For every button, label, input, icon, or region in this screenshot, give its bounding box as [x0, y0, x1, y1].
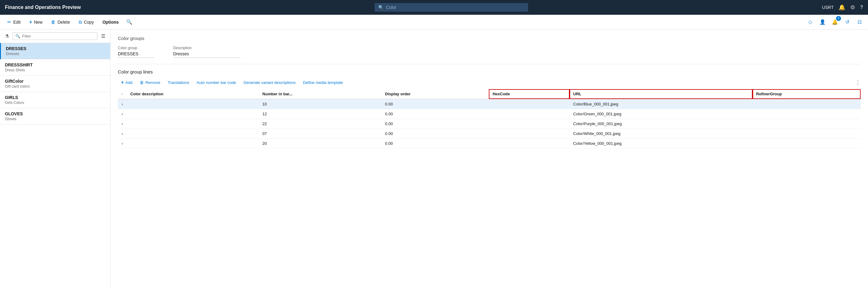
row-url[interactable]: Color/Blue_000_001.jpeg — [569, 99, 752, 109]
hamburger-icon[interactable]: ☰ — [100, 32, 106, 40]
sidebar-item-gloves[interactable]: GLOVES Gloves — [0, 108, 110, 124]
add-icon: + — [121, 80, 124, 85]
table-row[interactable]: › 12 0.00 Color/Green_000_001.jpeg — [118, 109, 861, 119]
plus-icon: + — [29, 19, 32, 25]
help-icon[interactable]: ? — [860, 5, 863, 10]
row-hexcode[interactable] — [489, 109, 569, 119]
diamond-icon[interactable]: ◇ — [805, 17, 815, 27]
col-refiner-group[interactable]: RefinerGroup — [752, 89, 861, 99]
global-search[interactable]: 🔍 — [375, 3, 528, 12]
row-url[interactable]: Color/White_000_001.jpeg — [569, 129, 752, 139]
sidebar-item-title: DRESSES — [6, 46, 105, 51]
row-url[interactable]: Color/Yellow_000_001.jpeg — [569, 139, 752, 148]
filter-icon[interactable]: ⚗ — [4, 32, 10, 40]
more-options-icon[interactable]: ⋮ — [855, 79, 861, 86]
table-row[interactable]: › 20 0.00 Color/Yellow_000_001.jpeg — [118, 139, 861, 148]
person-icon[interactable]: 👤 — [818, 17, 828, 27]
row-number-bar[interactable]: 10 — [259, 99, 382, 109]
row-color-desc[interactable] — [126, 99, 258, 109]
row-url[interactable]: Color/Purple_000_001.jpeg — [569, 119, 752, 129]
table-row[interactable]: › 07 0.00 Color/White_000_001.jpeg — [118, 129, 861, 139]
row-display-order[interactable]: 0.00 — [381, 139, 489, 148]
auto-number-button[interactable]: Auto number bar code — [193, 79, 239, 86]
remove-button[interactable]: 🗑 Remove — [136, 79, 163, 86]
row-display-order[interactable]: 0.00 — [381, 99, 489, 109]
command-bar: ✏ Edit + New 🗑 Delete ⧉ Copy Options 🔍 ◇… — [0, 15, 868, 30]
table-row[interactable]: › 10 0.00 Color/Blue_000_001.jpeg — [118, 99, 861, 109]
color-group-field: Color group DRESSES — [118, 46, 155, 58]
sidebar-item-subtitle: Dresses — [6, 52, 105, 56]
col-display-order[interactable]: Display order — [381, 89, 489, 99]
minimize-icon[interactable]: ⊡ — [855, 17, 864, 27]
row-number-bar[interactable]: 22 — [259, 119, 382, 129]
sidebar-item-dresses[interactable]: DRESSES Dresses — [0, 43, 110, 59]
row-hexcode[interactable] — [489, 119, 569, 129]
row-color-desc[interactable] — [126, 129, 258, 139]
command-search-icon[interactable]: 🔍 — [126, 19, 132, 25]
sidebar-item-giftcolor[interactable]: GiftColor Gift card colors — [0, 76, 110, 92]
new-button[interactable]: + New — [26, 18, 46, 27]
row-color-desc[interactable] — [126, 119, 258, 129]
badge-button[interactable]: 🔔 0 — [830, 17, 840, 27]
row-number-bar[interactable]: 20 — [259, 139, 382, 148]
col-color-description[interactable]: Color description — [126, 89, 258, 99]
filter-input[interactable] — [22, 34, 95, 38]
row-hexcode[interactable] — [489, 139, 569, 148]
define-media-button[interactable]: Define media template — [300, 79, 346, 86]
row-display-order[interactable]: 0.00 — [381, 109, 489, 119]
color-group-value[interactable]: DRESSES — [118, 51, 155, 58]
user-label: USRT — [822, 5, 834, 10]
table-row[interactable]: › 22 0.00 Color/Purple_000_001.jpeg — [118, 119, 861, 129]
row-url[interactable]: Color/Green_000_001.jpeg — [569, 109, 752, 119]
row-refiner[interactable] — [752, 109, 861, 119]
remove-icon: 🗑 — [140, 80, 144, 85]
top-nav-right: USRT 🔔 ⚙ ? — [822, 4, 863, 11]
section-title: Color groups — [118, 36, 861, 41]
content-area: Color groups Color group DRESSES Descrip… — [111, 30, 868, 289]
row-bullet: › — [118, 119, 126, 129]
generate-button[interactable]: Generate variant descriptions — [240, 79, 299, 86]
row-refiner[interactable] — [752, 129, 861, 139]
app-title: Finance and Operations Preview — [5, 5, 81, 10]
row-display-order[interactable]: 0.00 — [381, 129, 489, 139]
col-url[interactable]: URL — [569, 89, 752, 99]
color-lines-table: · Color description Number in bar... Dis… — [118, 89, 861, 148]
row-number-bar[interactable]: 12 — [259, 109, 382, 119]
sidebar-item-subtitle: Dress Shirts — [5, 68, 105, 72]
col-number-bar[interactable]: Number in bar... — [259, 89, 382, 99]
sidebar-item-subtitle: Gift card colors — [5, 84, 105, 89]
data-table-wrapper: · Color description Number in bar... Dis… — [118, 89, 861, 148]
description-value[interactable]: Dresses — [173, 51, 241, 58]
lines-toolbar: + Add 🗑 Remove Translations Auto number … — [118, 78, 861, 87]
command-bar-right: ◇ 👤 🔔 0 ↺ ⊡ — [805, 17, 864, 27]
row-hexcode[interactable] — [489, 99, 569, 109]
table-body: › 10 0.00 Color/Blue_000_001.jpeg › 12 — [118, 99, 861, 148]
add-button[interactable]: + Add — [118, 78, 135, 87]
col-hexcode[interactable]: HexCode — [489, 89, 569, 99]
copy-button[interactable]: ⧉ Copy — [75, 18, 98, 27]
sidebar-item-girls[interactable]: GIRLS Girls Colors — [0, 92, 110, 108]
translations-button[interactable]: Translations — [164, 79, 192, 86]
row-refiner[interactable] — [752, 139, 861, 148]
sidebar-item-dressshirt[interactable]: DRESSSHIRT Dress Shirts — [0, 59, 110, 76]
edit-icon: ✏ — [7, 19, 11, 25]
sidebar-list: DRESSES Dresses DRESSSHIRT Dress Shirts … — [0, 43, 110, 289]
row-display-order[interactable]: 0.00 — [381, 119, 489, 129]
bell-icon[interactable]: 🔔 — [839, 4, 845, 11]
refresh-icon[interactable]: ↺ — [842, 17, 852, 27]
color-group-label: Color group — [118, 46, 155, 50]
options-button[interactable]: Options — [99, 18, 123, 26]
sidebar-item-title: DRESSSHIRT — [5, 62, 105, 67]
delete-button[interactable]: 🗑 Delete — [47, 18, 73, 26]
search-input[interactable] — [386, 5, 524, 10]
row-color-desc[interactable] — [126, 139, 258, 148]
edit-button[interactable]: ✏ Edit — [4, 18, 24, 27]
sidebar-item-title: GIRLS — [5, 95, 105, 100]
row-color-desc[interactable] — [126, 109, 258, 119]
row-refiner[interactable] — [752, 99, 861, 109]
gear-icon[interactable]: ⚙ — [850, 4, 855, 11]
row-hexcode[interactable] — [489, 129, 569, 139]
row-number-bar[interactable]: 07 — [259, 129, 382, 139]
row-refiner[interactable] — [752, 119, 861, 129]
filter-input-container[interactable]: 🔍 — [12, 32, 97, 40]
